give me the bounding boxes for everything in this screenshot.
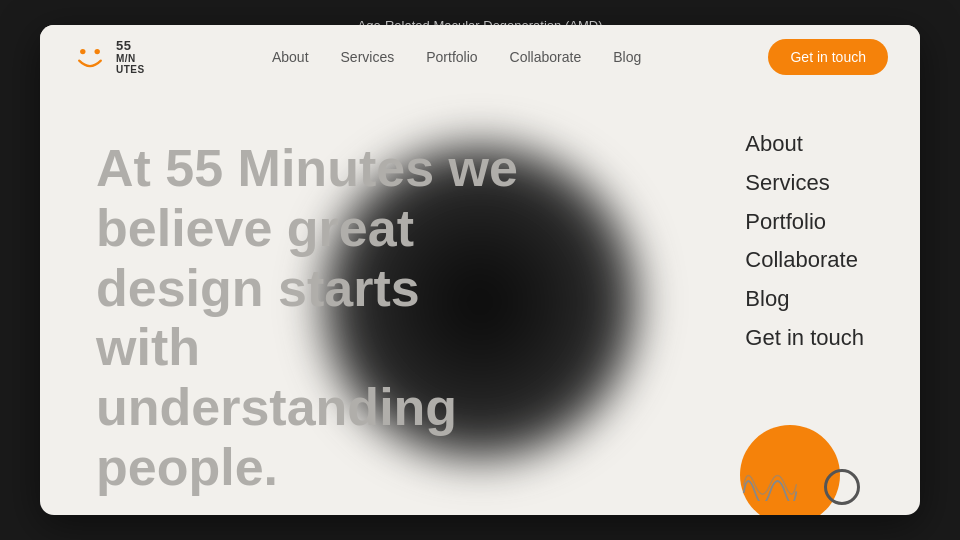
right-menu-services[interactable]: Services	[745, 168, 864, 199]
right-menu-about[interactable]: About	[745, 129, 864, 160]
right-menu-get-in-touch[interactable]: Get in touch	[745, 323, 864, 354]
nav-about[interactable]: About	[272, 48, 309, 66]
main-content: At 55 Minutes we believe great design st…	[40, 89, 920, 515]
nav-collaborate[interactable]: Collaborate	[510, 48, 582, 66]
svg-point-0	[80, 49, 85, 54]
hero-section: At 55 Minutes we believe great design st…	[96, 139, 536, 498]
get-in-touch-button[interactable]: Get in touch	[768, 39, 888, 75]
nav-links: About Services Portfolio Collaborate Blo…	[272, 48, 641, 66]
ring-decoration	[824, 469, 860, 505]
browser-window: 55 M/N UTES About Services Portfolio Col…	[40, 25, 920, 515]
nav-blog[interactable]: Blog	[613, 48, 641, 66]
right-overlay-menu: About Services Portfolio Collaborate Blo…	[745, 129, 864, 354]
logo-text: 55 M/N UTES	[116, 39, 145, 75]
nav-portfolio[interactable]: Portfolio	[426, 48, 477, 66]
logo[interactable]: 55 M/N UTES	[72, 39, 145, 75]
nav-services[interactable]: Services	[341, 48, 395, 66]
right-menu-collaborate[interactable]: Collaborate	[745, 245, 864, 276]
hero-heading: At 55 Minutes we believe great design st…	[96, 139, 536, 498]
navbar: 55 M/N UTES About Services Portfolio Col…	[40, 25, 920, 89]
svg-point-1	[95, 49, 100, 54]
spring-decoration	[740, 461, 800, 505]
right-menu-blog[interactable]: Blog	[745, 284, 864, 315]
right-menu-portfolio[interactable]: Portfolio	[745, 207, 864, 238]
